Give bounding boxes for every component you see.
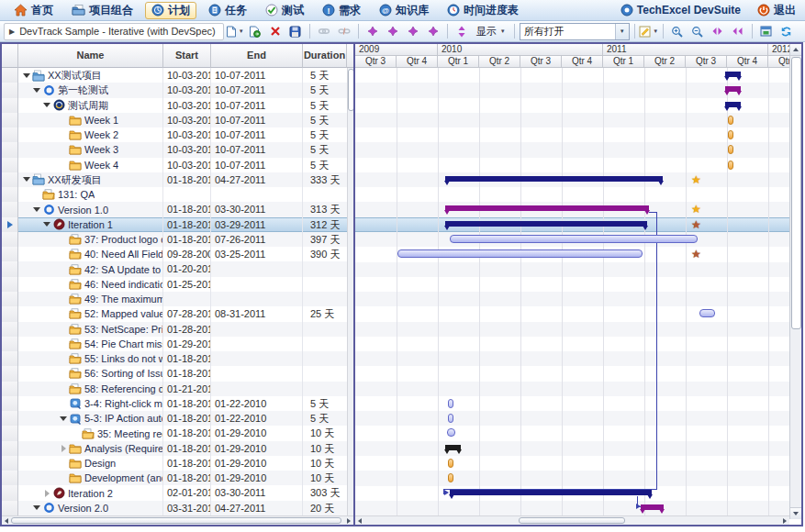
fit-window-button[interactable] [757,23,776,39]
scroll-left-arrow[interactable] [5,518,8,524]
scroll-down-arrow[interactable] [790,507,801,519]
expand-columns-button[interactable] [729,23,747,39]
collapse-columns-button[interactable] [709,23,727,39]
save-button[interactable] [286,23,305,39]
gantt-summary-bar[interactable] [725,86,741,92]
tree-toggle-icon[interactable] [42,490,51,497]
table-row[interactable]: Development (and Maint01-18-201001-29-20… [2,471,347,485]
notes-button[interactable]: ▼ [640,23,658,39]
table-row[interactable]: 53: NetScape: Print is di01-28-2010 [2,322,347,337]
gantt-summary-bar[interactable] [445,221,647,227]
scrollbar-thumb[interactable] [519,517,625,524]
gantt-milestone-pill[interactable] [448,473,453,482]
table-vertical-scrollbar[interactable] [347,68,353,515]
move-up-button[interactable] [404,23,422,39]
table-row[interactable]: 5-3: IP Action automatio01-18-201001-22-… [2,411,347,426]
table-row[interactable]: Version 1.001-18-201003-30-2011313 天 [2,202,347,216]
tree-toggle-icon[interactable] [32,505,41,510]
gantt-milestone-pill[interactable] [448,459,453,468]
gantt-summary-bar[interactable] [445,445,461,450]
column-header-end[interactable]: End [211,44,303,68]
move-down-button[interactable] [424,23,442,39]
gantt-horizontal-scrollbar[interactable] [355,515,789,525]
table-row[interactable]: Version 2.003-31-201104-27-201120 天 [2,501,347,515]
table-row[interactable]: 35: Meeting requests01-18-201001-29-2010… [2,426,347,440]
gantt-summary-bar[interactable] [641,504,664,510]
scroll-left-arrow[interactable] [358,518,362,524]
table-row[interactable]: 54: Pie Chart missing in01-29-2010 [2,337,347,351]
table-row[interactable]: 49: The maximum file si [2,292,347,306]
table-horizontal-scrollbar[interactable] [2,515,353,525]
table-row[interactable]: 46: Need indication of m01-25-2010 [2,277,347,292]
table-row[interactable]: 55: Links do not work or01-18-2010 [2,351,347,366]
export-button[interactable] [246,23,264,39]
gantt-milestone-pill[interactable] [728,161,733,170]
gantt-summary-bar[interactable] [445,205,649,211]
zoom-out-button[interactable] [688,23,707,39]
table-row[interactable]: Analysis (Requirements)01-18-201001-29-2… [2,441,347,456]
gantt-summary-bar[interactable] [450,490,652,495]
scrollbar-thumb[interactable] [348,69,354,111]
table-row[interactable]: Week 110-03-201110-07-20115 天 [2,113,347,127]
nav-item-需求[interactable]: !需求 [316,2,367,19]
gantt-summary-bar[interactable] [725,72,741,77]
display-menu-button[interactable]: 显示▼ [473,25,509,39]
nav-item-知识库[interactable]: @知识库 [373,2,435,19]
scroll-right-arrow[interactable] [783,518,787,524]
column-header-start[interactable]: Start [163,44,211,68]
scroll-right-arrow[interactable] [347,518,351,524]
table-row[interactable]: 42: SA Update to match01-20-2010 [2,261,347,276]
table-row[interactable]: Week 310-03-201110-07-20115 天 [2,142,347,157]
table-row[interactable]: Week 210-03-201110-07-20115 天 [2,127,347,142]
tree-toggle-icon[interactable] [59,445,68,452]
table-row[interactable]: 56: Sorting of Issue List01-18-2010 [2,366,347,381]
unlink-button[interactable] [335,23,353,39]
outdent-button[interactable] [384,23,402,39]
gantt-milestone-pill[interactable] [448,414,453,423]
nav-item-计划[interactable]: 计划 [145,2,196,19]
gantt-milestone-pill[interactable] [728,130,733,139]
table-row[interactable]: Week 410-03-201110-07-20115 天 [2,158,347,172]
gantt-task-bar[interactable] [699,309,715,317]
expand-levels-button[interactable] [453,23,471,39]
tree-toggle-icon[interactable] [32,207,41,212]
logout-button[interactable]: 退出 [755,3,798,18]
nav-item-项目组合[interactable]: 项目组合 [65,2,140,19]
gantt-milestone-pill[interactable] [728,116,733,125]
chevron-down-icon[interactable]: ▼ [615,24,629,39]
column-header-duration[interactable]: Duration [303,44,347,68]
scrollbar-thumb[interactable] [11,517,341,524]
scroll-up-arrow[interactable] [790,44,801,56]
refresh-button[interactable] [777,23,796,39]
table-row[interactable]: Design01-18-201001-29-201010 天 [2,456,347,471]
new-document-button[interactable]: ▼ [226,23,244,39]
table-row[interactable]: 58: Referencing db table01-21-2010 [2,382,347,396]
table-row[interactable]: Iteration 101-18-201003-29-2011312 天 [2,217,347,232]
tree-toggle-icon[interactable] [42,222,51,227]
gantt-task-bar[interactable] [450,235,698,243]
tree-toggle-icon[interactable] [59,416,68,421]
gantt-milestone-pill[interactable] [728,145,733,154]
table-row[interactable]: 第一轮测试10-03-201110-07-20115 天 [2,83,347,97]
project-selector[interactable]: ▶DevTrack Sample - Iterative (with DevSp… [4,23,224,40]
scrollbar-thumb[interactable] [791,57,801,329]
table-row[interactable]: 131: QA [2,187,347,202]
table-row[interactable]: 测试周期10-03-201110-07-20115 天 [2,98,347,113]
column-header-name[interactable]: Name [18,44,163,68]
milestone-star-icon[interactable]: ★ [691,249,701,260]
indent-button[interactable] [363,23,382,39]
table-row[interactable]: 40: Need All Field Search09-28-200903-25… [2,247,347,261]
tree-toggle-icon[interactable] [32,88,41,93]
nav-item-任务[interactable]: 任务 [202,2,253,19]
gantt-summary-bar[interactable] [725,102,741,107]
filter-select[interactable]: 所有打开▼ [520,23,630,40]
link-button[interactable] [315,23,333,39]
table-row[interactable]: XX测试项目10-03-201110-07-20115 天 [2,68,347,83]
delete-button[interactable] [266,23,285,39]
milestone-star-icon[interactable]: ★ [691,174,701,185]
table-row[interactable]: Iteration 202-01-201003-30-2011303 天 [2,485,347,500]
nav-item-时间进度表[interactable]: 时间进度表 [441,2,525,19]
gantt-summary-bar[interactable] [445,176,663,182]
table-row[interactable]: 52: Mapped values are n07-28-201108-31-2… [2,306,347,321]
tree-toggle-icon[interactable] [22,73,31,78]
